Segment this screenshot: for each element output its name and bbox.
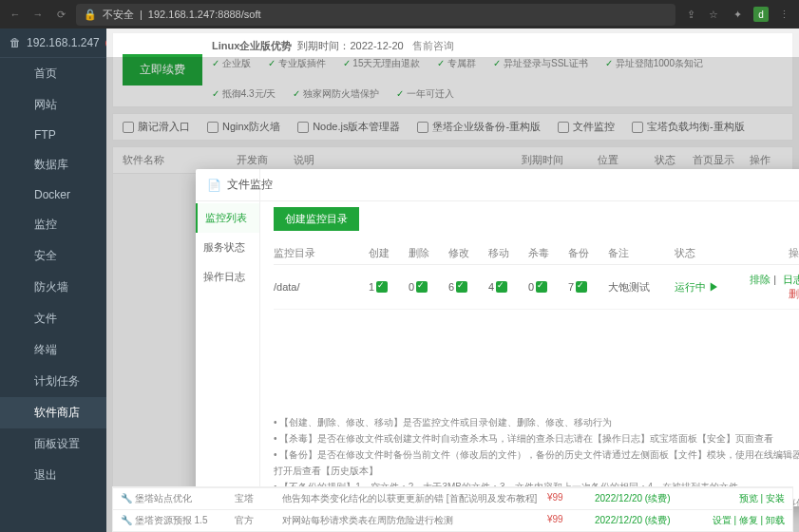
sidebar-item-monitor[interactable]: 监控 xyxy=(0,209,106,240)
software-row: 🔧 堡塔站点优化宝塔他告知本类变化结化的以获更更新的错 [首配说明及发布教程]¥… xyxy=(113,487,792,509)
sidebar-item-firewall[interactable]: 防火墙 xyxy=(0,272,106,303)
create-checkbox[interactable] xyxy=(376,281,388,293)
file-icon: 📄 xyxy=(207,179,221,192)
file-monitor-modal: 📄 文件监控 ✕ 监控列表 服务状态 操作日志 创建监控目录 监控目录创建删除修… xyxy=(196,169,799,506)
kill-checkbox[interactable] xyxy=(536,281,547,293)
insecure-label: 不安全 xyxy=(103,8,134,22)
delete-checkbox[interactable] xyxy=(416,281,428,293)
host-label: 192.168.1.247 xyxy=(27,36,100,49)
software-row: 🔧 堡塔资源预报 1.5官方对网站每秒请求类表在周防危险进行检测¥992022/… xyxy=(113,509,792,531)
tab-monitor-list[interactable]: 监控列表 xyxy=(196,203,259,233)
sidebar-item-ftp[interactable]: FTP xyxy=(0,121,106,149)
backup-checkbox[interactable] xyxy=(576,281,587,293)
consult-link[interactable]: 售前咨询 xyxy=(412,40,454,51)
sidebar-item-security[interactable]: 安全 xyxy=(0,240,106,272)
forward-icon[interactable]: → xyxy=(30,7,46,22)
modal-title-bar: 📄 文件监控 xyxy=(196,169,799,201)
sidebar: 🗑 192.168.1.247 0 首页 网站 FTP 数据库 Docker 监… xyxy=(0,28,106,532)
status-cell: 运行中 ▶ xyxy=(675,280,732,294)
log-link[interactable]: 日志 xyxy=(783,274,799,285)
back-icon[interactable]: ← xyxy=(8,7,23,22)
sidebar-item-software[interactable]: 软件商店 xyxy=(0,397,106,428)
tab-service-status[interactable]: 服务状态 xyxy=(196,233,259,262)
dir-cell: /data/ xyxy=(274,281,369,293)
modal-title: 文件监控 xyxy=(227,177,273,193)
sidebar-item-cron[interactable]: 计划任务 xyxy=(0,366,106,397)
sidebar-item-database[interactable]: 数据库 xyxy=(0,149,106,180)
sidebar-item-docker[interactable]: Docker xyxy=(0,180,106,209)
sidebar-item-home[interactable]: 首页 xyxy=(0,58,106,89)
sidebar-item-files[interactable]: 文件 xyxy=(0,303,106,334)
star-icon[interactable]: ☆ xyxy=(706,7,721,22)
note-cell: 大饱测试 xyxy=(608,280,675,294)
sidebar-item-site[interactable]: 网站 xyxy=(0,89,106,121)
monitor-row: /data/ 1 0 6 4 0 7 大饱测试 运行中 ▶ 排除 | 日志 | … xyxy=(274,265,799,310)
create-monitor-button[interactable]: 创建监控目录 xyxy=(274,207,359,231)
tab-op-log[interactable]: 操作日志 xyxy=(196,262,259,292)
share-icon[interactable]: ⇪ xyxy=(683,7,698,22)
url-text: 192.168.1.247:8888/soft xyxy=(148,9,261,20)
url-bar[interactable]: 🔒 不安全 | 192.168.1.247:8888/soft xyxy=(76,4,675,26)
sidebar-item-settings[interactable]: 面板设置 xyxy=(0,428,106,460)
banner-title: Linux企业版优势 xyxy=(212,40,292,51)
delete-link[interactable]: 删除 xyxy=(789,288,799,299)
panel-icon: 🗑 xyxy=(10,36,21,49)
menu-icon[interactable]: ⋮ xyxy=(776,7,791,22)
ext-d-icon[interactable]: d xyxy=(753,7,769,22)
sidebar-item-logout[interactable]: 退出 xyxy=(0,460,106,491)
move-checkbox[interactable] xyxy=(496,281,507,293)
exclude-link[interactable]: 排除 xyxy=(750,274,770,285)
reload-icon[interactable]: ⟳ xyxy=(53,7,68,22)
sidebar-header: 🗑 192.168.1.247 0 xyxy=(0,28,106,58)
extensions-icon[interactable]: ✦ xyxy=(729,6,746,23)
sidebar-item-terminal[interactable]: 终端 xyxy=(0,334,106,366)
modify-checkbox[interactable] xyxy=(456,281,467,293)
lock-icon: 🔒 xyxy=(84,9,97,21)
